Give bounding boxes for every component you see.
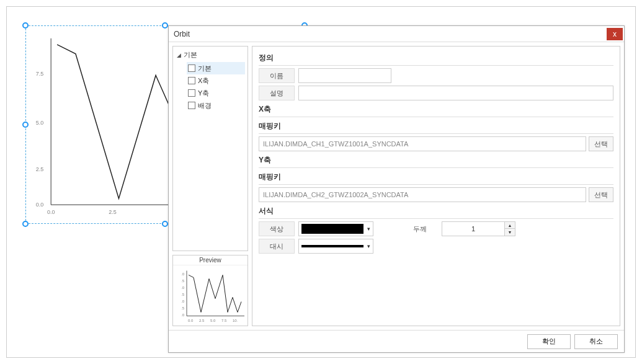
dash-label: 대시 — [259, 239, 295, 254]
thickness-spinner[interactable]: 1 ▲ ▼ — [442, 221, 515, 236]
svg-text:5.0: 5.0 — [210, 319, 216, 322]
svg-text:10.: 10. — [233, 319, 238, 322]
section-yaxis: Y축 — [259, 155, 613, 168]
chevron-down-icon: ▾ — [367, 243, 370, 249]
x-mapping-input[interactable]: ILIJAN.DIMDA_CH1_GTWZ1001A_SYNCDATA — [259, 136, 586, 151]
resize-handle[interactable] — [22, 122, 29, 128]
resize-handle[interactable] — [22, 221, 29, 227]
preview-panel: Preview .0 .5 .0 .5 .0 .5 .0 0.0 2.5 5.0 — [172, 255, 248, 326]
section-mapping-y: 매핑키 — [259, 172, 613, 185]
svg-text:0.0: 0.0 — [188, 319, 194, 322]
name-input[interactable] — [298, 68, 391, 83]
tree-item-xaxis[interactable]: X축 — [187, 74, 245, 87]
resize-handle[interactable] — [22, 22, 29, 29]
x-select-button[interactable]: 선택 — [589, 136, 613, 151]
svg-text:.5: .5 — [181, 279, 185, 283]
svg-text:2.5: 2.5 — [36, 166, 43, 172]
x-mapping-value: ILIJAN.DIMDA_CH1_GTWZ1001A_SYNCDATA — [263, 140, 408, 148]
svg-text:0.0: 0.0 — [47, 209, 55, 215]
svg-text:.0: .0 — [181, 286, 185, 290]
svg-text:.0: .0 — [181, 313, 185, 317]
thickness-label: 두께 — [402, 221, 438, 236]
thickness-value: 1 — [442, 225, 504, 233]
svg-text:2.5: 2.5 — [199, 319, 205, 322]
dialog-title: Orbit — [174, 30, 607, 38]
dialog-titlebar[interactable]: Orbit x — [169, 26, 624, 42]
tree-item-label: Y축 — [198, 89, 209, 98]
checkbox[interactable] — [188, 77, 195, 84]
dialog-footer: 확인 취소 — [169, 330, 624, 352]
close-icon: x — [613, 30, 617, 38]
close-button[interactable]: x — [607, 28, 623, 40]
name-label: 이름 — [259, 68, 295, 83]
left-panel: ◢ 기본 기본 X축 Y축 — [172, 46, 248, 326]
y-mapping-input[interactable]: ILIJAN.DIMDA_CH2_GTWZ1002A_SYNCDATA — [259, 187, 586, 202]
chevron-down-icon: ▾ — [367, 226, 370, 232]
section-format: 서식 — [259, 206, 613, 219]
color-swatch — [301, 224, 363, 234]
spinner-up-icon[interactable]: ▲ — [505, 222, 515, 229]
preview-title: Preview — [173, 255, 247, 265]
svg-text:7.5: 7.5 — [36, 71, 43, 77]
svg-text:.0: .0 — [181, 272, 185, 276]
dash-sample — [301, 245, 363, 247]
spinner-down-icon[interactable]: ▼ — [505, 229, 515, 236]
preview-chart: .0 .5 .0 .5 .0 .5 .0 0.0 2.5 5.0 7.5 10. — [173, 265, 247, 326]
desc-input[interactable] — [298, 86, 613, 100]
tree-item-background[interactable]: 배경 — [187, 99, 245, 112]
cancel-button[interactable]: 취소 — [574, 334, 618, 349]
y-select-button[interactable]: 선택 — [589, 187, 613, 202]
svg-text:.5: .5 — [181, 306, 185, 310]
properties-panel: 정의 이름 설명 X축 매핑키 ILIJAN.DIMDA_CH1_GTWZ100… — [252, 46, 620, 326]
section-definition: 정의 — [259, 53, 613, 66]
svg-text:2.5: 2.5 — [109, 209, 116, 215]
svg-text:7.5: 7.5 — [221, 319, 227, 322]
y-mapping-value: ILIJAN.DIMDA_CH2_GTWZ1002A_SYNCDATA — [263, 191, 408, 198]
tree-collapse-icon[interactable]: ◢ — [176, 52, 182, 58]
tree-item-label: 기본 — [198, 64, 212, 73]
tree-item-label: 배경 — [198, 101, 212, 110]
dash-combo[interactable]: ▾ — [298, 239, 373, 254]
tree-view[interactable]: ◢ 기본 기본 X축 Y축 — [172, 46, 248, 251]
tree-item-yaxis[interactable]: Y축 — [187, 87, 245, 99]
color-combo[interactable]: ▾ — [298, 221, 373, 236]
section-xaxis: X축 — [259, 104, 613, 117]
orbit-dialog: Orbit x ◢ 기본 기본 — [168, 25, 625, 353]
color-label: 색상 — [259, 221, 295, 236]
tree-item-label: X축 — [198, 76, 209, 86]
tree-root[interactable]: ◢ 기본 — [176, 50, 245, 60]
resize-handle[interactable] — [162, 22, 168, 29]
resize-handle[interactable] — [162, 221, 168, 227]
checkbox[interactable] — [188, 102, 195, 109]
checkbox[interactable] — [188, 89, 195, 97]
dialog-body: ◢ 기본 기본 X축 Y축 — [169, 42, 624, 330]
svg-text:.5: .5 — [181, 293, 185, 296]
ok-button[interactable]: 확인 — [527, 334, 571, 349]
tree-root-label: 기본 — [184, 51, 197, 58]
tree-item-basic[interactable]: 기본 — [187, 62, 245, 74]
checkbox[interactable] — [188, 64, 195, 72]
svg-text:.0: .0 — [181, 300, 185, 303]
svg-text:5.0: 5.0 — [36, 120, 43, 126]
svg-text:0.0: 0.0 — [36, 202, 43, 208]
canvas-frame: 7.5 5.0 2.5 0.0 0.0 2.5 5.0 7.5 Orbit x … — [6, 6, 636, 358]
section-mapping-x: 매핑키 — [259, 121, 613, 134]
desc-label: 설명 — [259, 86, 295, 100]
